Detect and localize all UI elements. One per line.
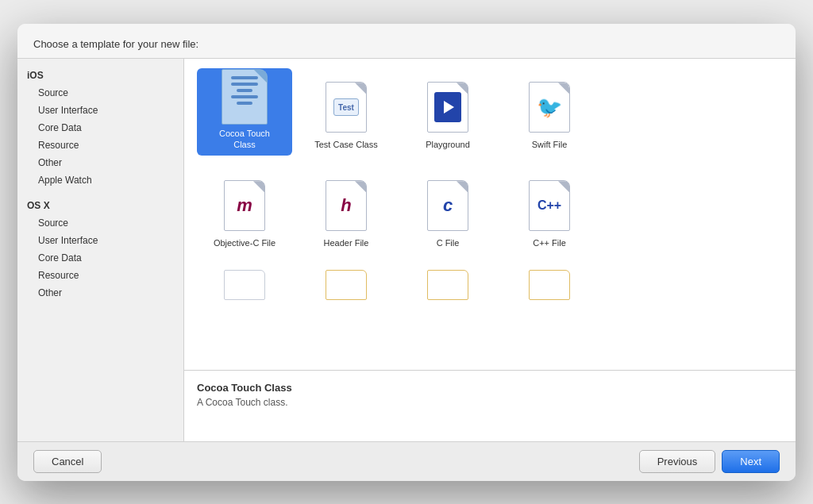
template-item-partial-4[interactable] [502,265,597,305]
play-arrow-icon [444,101,454,113]
sidebar-item-ios-applewatch[interactable]: Apple Watch [17,171,183,189]
sidebar-item-osx-other[interactable]: Other [17,284,183,302]
template-item-partial-1[interactable] [197,265,292,305]
template-content: Cocoa TouchClass Test Test Case Class [184,59,796,441]
info-title: Cocoa Touch Class [197,382,783,394]
c-label: C File [437,237,460,248]
swift-bird-icon: 🐦 [537,95,562,120]
sidebar-item-ios-userinterface[interactable]: User Interface [17,102,183,119]
template-item-cpp[interactable]: C++ C++ File [502,167,597,254]
footer: Cancel Previous Next [17,441,796,481]
nav-buttons: Previous Next [639,450,780,473]
sidebar-item-osx-userinterface[interactable]: User Interface [17,232,183,249]
cancel-button[interactable]: Cancel [33,450,102,473]
sidebar-item-ios-source[interactable]: Source [17,84,183,102]
sidebar-item-ios-other[interactable]: Other [17,154,183,171]
partial-icon-1 [224,270,265,300]
next-button[interactable]: Next [722,450,780,473]
template-item-objc[interactable]: m Objective-C File [197,167,292,254]
sidebar-group-osx: OS X [17,195,183,214]
dialog-title-text: Choose a template for your new file: [33,38,198,50]
template-item-header[interactable]: h Header File [299,167,394,254]
sidebar-item-osx-source[interactable]: Source [17,214,183,232]
template-item-cocoa-touch[interactable]: Cocoa TouchClass [197,68,292,156]
swift-file-label: Swift File [532,139,568,150]
header-label: Header File [324,237,369,248]
test-case-label: Test Case Class [314,139,377,150]
info-section: Cocoa Touch Class A Cocoa Touch class. [184,370,796,441]
objc-file-icon: m [221,177,268,234]
template-grid: Cocoa TouchClass Test Test Case Class [184,59,796,370]
partial-icon-3 [427,270,468,300]
playground-icon-wrap [424,79,472,136]
sidebar-item-ios-coredata[interactable]: Core Data [17,119,183,137]
partial-icon-2 [326,270,367,300]
dialog: Choose a template for your new file: iOS… [17,24,796,481]
template-item-playground[interactable]: Playground [400,68,495,156]
sidebar-group-ios: iOS [17,65,183,84]
info-description: A Cocoa Touch class. [197,397,783,408]
template-item-test-case[interactable]: Test Test Case Class [299,68,394,156]
playground-inner [434,92,461,122]
playground-label: Playground [426,139,470,150]
cocoa-touch-label: Cocoa TouchClass [219,128,270,151]
template-item-partial-2[interactable] [299,265,394,305]
header-file-icon: h [322,177,370,234]
sidebar: iOS Source User Interface Core Data Reso… [17,59,184,441]
test-case-icon: Test [322,79,370,136]
swift-file-icon: 🐦 [526,79,573,136]
sidebar-item-osx-resource[interactable]: Resource [17,267,183,284]
template-item-c[interactable]: c C File [400,167,495,254]
cocoa-touch-icon [221,69,268,125]
dialog-body: iOS Source User Interface Core Data Reso… [17,59,796,441]
template-item-partial-3[interactable] [400,265,495,305]
test-badge: Test [333,98,359,116]
cpp-file-icon: C++ [526,177,573,234]
template-item-swift[interactable]: 🐦 Swift File [502,68,597,156]
partial-icon-4 [529,270,570,300]
cpp-label: C++ File [533,237,566,248]
objc-label: Objective-C File [214,237,275,248]
sidebar-item-osx-coredata[interactable]: Core Data [17,249,183,267]
sidebar-item-ios-resource[interactable]: Resource [17,137,183,154]
dialog-title: Choose a template for your new file: [17,24,796,59]
c-file-icon: c [424,177,472,234]
previous-button[interactable]: Previous [639,450,716,473]
